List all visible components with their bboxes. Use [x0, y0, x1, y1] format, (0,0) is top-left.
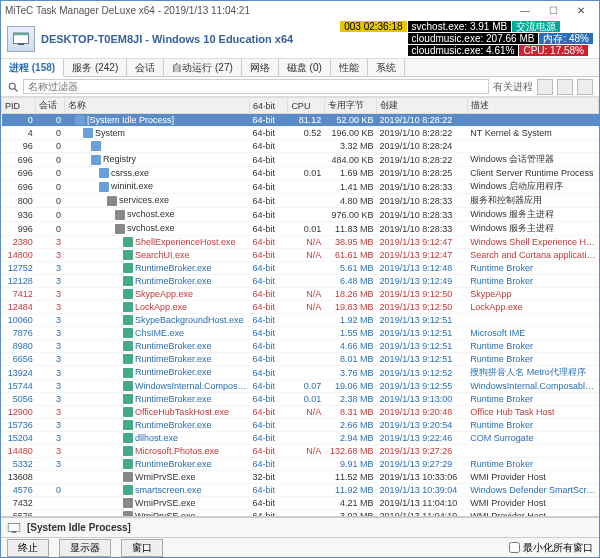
process-row[interactable]: 129003OfficeHubTaskHost.exe64-bitN/A8.31… — [2, 406, 599, 419]
action-footer: 终止 显示器 窗口 最小化所有窗口 — [1, 537, 599, 557]
tab--158-[interactable]: 进程 (158) — [1, 59, 64, 77]
tab--242-[interactable]: 服务 (242) — [64, 59, 127, 76]
svg-rect-5 — [8, 523, 20, 531]
filter-input[interactable] — [23, 79, 489, 94]
process-row[interactable]: 9360svchost.exe64-bit976.00 KB2019/1/10 … — [2, 208, 599, 222]
process-row[interactable]: 8000services.exe64-bit4.80 MB2019/1/10 8… — [2, 194, 599, 208]
process-row[interactable]: 7432WmiPrvSE.exe64-bit4.21 MB2019/1/13 1… — [2, 497, 599, 510]
cpu-badge: CPU: 17.58% — [519, 45, 588, 56]
cloudmusic-cpu-badge: cloudmusic.exe: 4.61% — [408, 45, 519, 56]
col-header[interactable]: PID — [2, 98, 36, 114]
titlebar[interactable]: MiTeC Task Manager DeLuxe x64 - 2019/1/1… — [1, 1, 599, 19]
svg-line-4 — [15, 88, 18, 91]
end-process-button[interactable]: 终止 — [7, 539, 49, 557]
svg-rect-1 — [14, 33, 29, 35]
column-headers[interactable]: PID会话名称64·bitCPU专用字节创建描述 — [2, 98, 599, 114]
tab--27-[interactable]: 自动运行 (27) — [164, 59, 242, 76]
window-title: MiTeC Task Manager DeLuxe x64 - 2019/1/1… — [5, 5, 511, 16]
app-window: MiTeC Task Manager DeLuxe x64 - 2019/1/1… — [0, 0, 600, 558]
process-row[interactable]: 6960Registry64-bit484.00 KB2019/1/10 8:2… — [2, 153, 599, 167]
process-row[interactable]: 78763ChsIME.exe64-bit1.55 MB2019/1/13 9:… — [2, 327, 599, 340]
minimize-all-input[interactable] — [509, 542, 520, 553]
process-row[interactable]: 50563RuntimeBroker.exe64-bit0.012.38 MB2… — [2, 393, 599, 406]
col-header[interactable]: 64·bit — [250, 98, 288, 114]
process-row[interactable]: 74123SkypeApp.exe64-bitN/A18.26 MB2019/1… — [2, 288, 599, 301]
process-row[interactable]: 148003SearchUI.exe64-bitN/A61.61 MB2019/… — [2, 249, 599, 262]
close-icon[interactable]: ✕ — [567, 2, 595, 18]
selection-footer: [System Idle Process] — [1, 517, 599, 537]
process-row[interactable]: 157363RuntimeBroker.exe64-bit2.66 MB2019… — [2, 419, 599, 432]
process-row[interactable]: 23803ShellExperienceHost.exe64-bitN/A38.… — [2, 236, 599, 249]
process-row[interactable]: 144803Microsoft.Photos.exe64-bitN/A132.6… — [2, 445, 599, 458]
window-button[interactable]: 窗口 — [121, 539, 163, 557]
mem-badge: 内存: 48% — [539, 33, 593, 44]
uptime-badge: 003 02:36:18 — [340, 21, 406, 32]
tab-strip: 进程 (158)服务 (242)会话自动运行 (27)网络磁盘 (0)性能系统 — [1, 59, 599, 77]
status-block: 003 02:36:18 svchost.exe: 3.91 MB 交流电源 0… — [340, 21, 593, 56]
search-icon — [7, 81, 19, 93]
toolbar-button-3[interactable] — [577, 79, 593, 95]
svg-rect-6 — [12, 531, 17, 532]
process-grid: PID会话名称64·bitCPU专用字节创建描述 00[System Idle … — [1, 97, 599, 517]
process-row[interactable]: 139243RuntimeBroker.exe64-bit3.76 MB2019… — [2, 366, 599, 380]
process-row[interactable]: 6960csrss.exe64-bit0.011.69 MB2019/1/10 … — [2, 167, 599, 180]
process-row[interactable]: 152043dllhost.exe64-bit2.94 MB2019/1/13 … — [2, 432, 599, 445]
svg-point-3 — [9, 83, 15, 89]
col-header[interactable]: CPU — [288, 98, 324, 114]
svchost-badge: svchost.exe: 3.91 MB — [408, 21, 512, 32]
process-row[interactable]: 127523RuntimeBroker.exe64-bit5.61 MB2019… — [2, 262, 599, 275]
process-row[interactable]: 121283RuntimeBroker.exe64-bit6.48 MB2019… — [2, 275, 599, 288]
minimize-all-checkbox[interactable]: 最小化所有窗口 — [509, 541, 593, 555]
process-row[interactable]: 6576WmiPrvSE.exe64-bit3.02 MB2019/1/13 1… — [2, 510, 599, 518]
process-row[interactable]: 00[System Idle Process]64-bit81.1252.00 … — [2, 114, 599, 127]
col-header[interactable]: 名称 — [64, 98, 250, 114]
cloudmusic-mem-badge: cloudmusic.exe: 207.66 MB — [408, 33, 539, 44]
about-process-link[interactable]: 有关进程 — [493, 80, 533, 94]
process-row[interactable]: 100603SkypeBackgroundHost.exe64-bit1.92 … — [2, 314, 599, 327]
process-row[interactable]: 96064-bit3.32 MB2019/1/10 8:28:24 — [2, 140, 599, 153]
process-row[interactable]: 53323RuntimeBroker.exe64-bit9.91 MB2019/… — [2, 458, 599, 471]
header: DESKTOP-T0EM8JI - Windows 10 Education x… — [1, 19, 599, 59]
ac-power-badge: 交流电源 — [512, 21, 560, 32]
toolbar-button-2[interactable] — [557, 79, 573, 95]
tab--[interactable]: 系统 — [368, 59, 405, 76]
monitor-icon — [7, 522, 21, 534]
machine-title: DESKTOP-T0EM8JI - Windows 10 Education x… — [41, 33, 334, 45]
tab--[interactable]: 会话 — [127, 59, 164, 76]
maximize-icon[interactable]: ☐ — [539, 2, 567, 18]
col-header[interactable]: 专用字节 — [324, 98, 376, 114]
process-row[interactable]: 89803RuntimeBroker.exe64-bit4.66 MB2019/… — [2, 340, 599, 353]
monitor-button[interactable]: 显示器 — [59, 539, 111, 557]
window-controls: — ☐ ✕ — [511, 2, 595, 18]
process-row[interactable]: 9960svchost.exe64-bit0.0111.83 MB2019/1/… — [2, 222, 599, 236]
process-row[interactable]: 13608WmiPrvSE.exe32-bit11.52 MB2019/1/13… — [2, 471, 599, 484]
process-row[interactable]: 124843LockApp.exe64-bitN/A19.83 MB2019/1… — [2, 301, 599, 314]
process-row[interactable]: 40System64-bit0.52196.00 KB2019/1/10 8:2… — [2, 127, 599, 140]
selected-process-name: [System Idle Process] — [27, 522, 131, 533]
col-header[interactable]: 会话 — [36, 98, 64, 114]
tab--[interactable]: 性能 — [331, 59, 368, 76]
process-row[interactable]: 6960wininit.exe64-bit1.41 MB2019/1/10 8:… — [2, 180, 599, 194]
app-icon — [7, 26, 35, 52]
process-row[interactable]: 157443WindowsInternal.ComposableShell.Ex… — [2, 380, 599, 393]
process-grid-scroll[interactable]: PID会话名称64·bitCPU专用字节创建描述 00[System Idle … — [1, 97, 599, 517]
svg-rect-2 — [18, 43, 24, 45]
col-header[interactable]: 创建 — [377, 98, 468, 114]
process-row[interactable]: 66563RuntimeBroker.exe64-bit8.01 MB2019/… — [2, 353, 599, 366]
toolbar-button-1[interactable] — [537, 79, 553, 95]
tab--[interactable]: 网络 — [242, 59, 279, 76]
tab--0-[interactable]: 磁盘 (0) — [279, 59, 331, 76]
col-header[interactable]: 描述 — [467, 98, 598, 114]
process-row[interactable]: 45760smartscreen.exe64-bit11.92 MB2019/1… — [2, 484, 599, 497]
toolbar: 有关进程 — [1, 77, 599, 97]
minimize-icon[interactable]: — — [511, 2, 539, 18]
